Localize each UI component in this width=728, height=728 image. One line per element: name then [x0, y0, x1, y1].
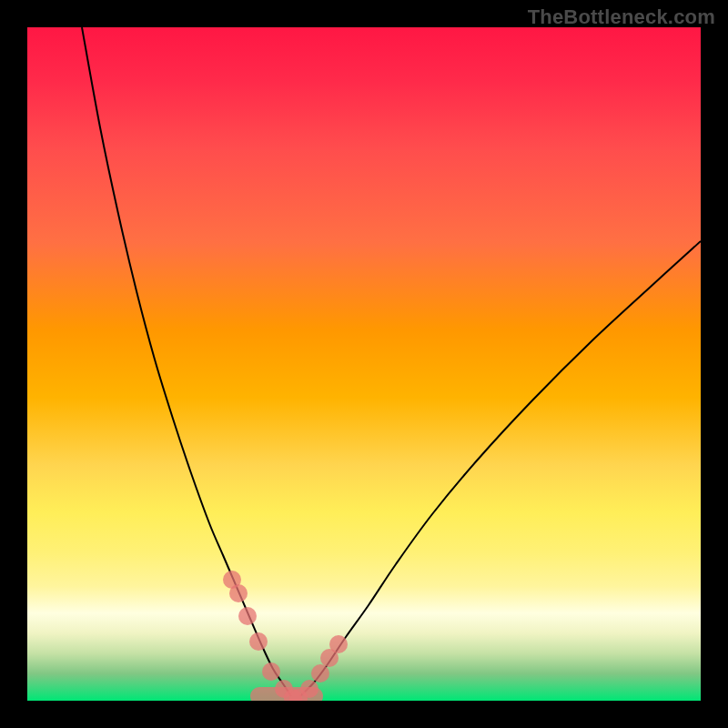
markers-left	[223, 571, 302, 701]
watermark-text: TheBottleneck.com	[528, 5, 715, 29]
marker-dot	[238, 607, 257, 625]
marker-dot	[262, 662, 280, 681]
marker-dot	[329, 635, 348, 653]
marker-dot	[311, 664, 329, 682]
marker-dot	[229, 584, 248, 602]
right-curve	[300, 241, 701, 696]
chart-svg	[27, 27, 701, 701]
plot-area	[27, 27, 701, 701]
marker-dot	[300, 680, 318, 698]
marker-dot	[249, 632, 268, 651]
left-curve	[82, 27, 291, 696]
chart-frame: TheBottleneck.com	[0, 0, 728, 728]
